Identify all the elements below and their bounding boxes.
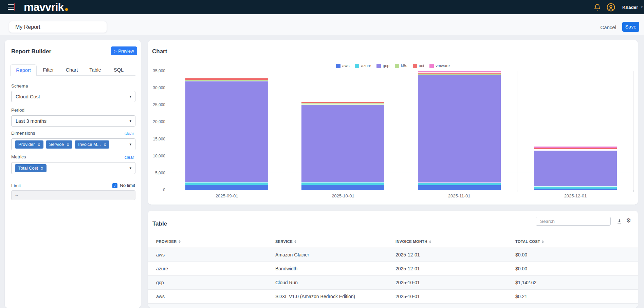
table-cell: Cloud Run <box>275 276 298 289</box>
bar-segment-aws <box>185 185 268 190</box>
selected-tag[interactable]: Providerx <box>15 140 43 149</box>
table-cell: 2025-12-01 <box>395 262 420 275</box>
metrics-label: Metrics <box>11 154 26 159</box>
bar-segment-k8s <box>534 150 617 151</box>
no-limit-label: No limit <box>120 183 135 188</box>
tab-table[interactable]: Table <box>84 64 107 75</box>
menu-icon[interactable] <box>8 4 14 10</box>
schema-select[interactable]: Cloud Cost▾ <box>11 91 135 102</box>
bar-segment-azure <box>301 182 384 185</box>
notifications-icon[interactable] <box>594 4 601 11</box>
chevron-down-icon: ▾ <box>129 142 131 147</box>
bar-segment-oci <box>301 102 384 104</box>
bar-segment-aws <box>301 185 384 190</box>
selected-tag[interactable]: Servicex <box>46 140 73 149</box>
bar-segment-vmware <box>418 71 501 72</box>
bar-segment-gcp <box>534 151 617 186</box>
table-cell: 2025-12-01 <box>395 248 420 262</box>
column-header-provider[interactable]: PROVIDER <box>156 235 181 248</box>
logo-dot: . <box>65 8 68 11</box>
legend-item-azure[interactable]: azure <box>355 63 371 68</box>
dimensions-label: Dimensions <box>11 131 35 136</box>
chevron-down-icon: ▾ <box>129 94 131 99</box>
column-header-total-cost[interactable]: TOTAL COST <box>515 235 544 248</box>
check-icon: ✓ <box>113 184 116 188</box>
no-limit-checkbox[interactable]: ✓ <box>112 183 117 188</box>
table-cell: $1,142.62 <box>515 276 536 289</box>
chevron-down-icon: ▾ <box>129 166 131 170</box>
chart-panel: Chart awsazuregcpk8socivmware 05,00010,0… <box>148 40 638 205</box>
table-row[interactable]: azureBandwidth2025-12-01$0.00 <box>148 262 638 276</box>
bar-segment-gcp <box>185 81 268 182</box>
legend-item-oci[interactable]: oci <box>413 63 424 68</box>
dimensions-clear-link[interactable]: clear <box>125 131 134 136</box>
user-menu-caret-icon[interactable]: ▾ <box>641 5 643 9</box>
table-cell: SDXL V1.0 (Amazon Bedrock Edition) <box>275 290 355 303</box>
save-button[interactable]: Save <box>622 22 639 32</box>
table-title: Table <box>152 220 167 227</box>
table-body: awsAmazon Glacier2025-12-01$0.00azureBan… <box>148 248 638 308</box>
bar-segment-k8s <box>418 74 501 75</box>
report-name-input[interactable] <box>9 21 107 33</box>
logo: mavvrik. <box>24 0 68 14</box>
selected-tag[interactable]: Invoice M...x <box>75 140 109 149</box>
remove-tag-icon[interactable]: x <box>67 142 69 147</box>
table-search-input[interactable] <box>536 217 611 226</box>
bar-segment-vmware <box>185 78 268 78</box>
tab-report[interactable]: Report <box>10 64 37 76</box>
bar-segment-azure <box>418 183 501 185</box>
table-panel: Table ⚙ PROVIDERSERVICEINVOICE MONTHTOTA… <box>148 211 638 308</box>
bar-segment-azure <box>185 182 268 185</box>
x-axis-label: 2025-12-01 <box>552 193 599 198</box>
table-cell: $0.00 <box>515 248 527 262</box>
tab-filter[interactable]: Filter <box>37 64 60 75</box>
table-cell: Amazon Glacier <box>275 248 309 262</box>
bar-segment-aws <box>418 185 501 190</box>
chevron-down-icon: ▾ <box>129 119 131 123</box>
app: mavvrik. Khader ▾ Cancel Save Report Bui… <box>0 0 644 308</box>
x-axis-label: 2025-10-01 <box>319 193 367 198</box>
period-select[interactable]: Last 3 months▾ <box>11 115 135 127</box>
period-label: Period <box>11 108 24 113</box>
username[interactable]: Khader <box>622 5 638 10</box>
table-cell: azure <box>156 262 168 275</box>
remove-tag-icon[interactable]: x <box>41 166 43 171</box>
table-row[interactable]: gcpCloud Run2025-10-01$1,142.62 <box>148 276 638 290</box>
remove-tag-icon[interactable]: x <box>38 142 40 147</box>
legend-item-k8s[interactable]: k8s <box>395 63 407 68</box>
table-row-partial <box>148 304 638 308</box>
preview-button[interactable]: ▷Preview <box>111 46 137 55</box>
legend-item-vmware[interactable]: vmware <box>429 63 450 68</box>
bar-segment-oci <box>185 78 268 80</box>
metrics-select[interactable]: Total Costx▾ <box>11 162 135 174</box>
top-navbar: mavvrik. Khader ▾ <box>0 0 644 14</box>
bar-segment-gcp <box>418 75 501 183</box>
dimensions-select[interactable]: ProviderxServicexInvoice M...x▾ <box>11 138 135 150</box>
main-content: Report Builder ▷Preview ReportFilterChar… <box>0 35 644 308</box>
legend-item-gcp[interactable]: gcp <box>376 63 389 68</box>
user-avatar-icon[interactable] <box>607 3 615 12</box>
table-cell: 2025-10-01 <box>395 276 420 289</box>
tab-chart[interactable]: Chart <box>60 64 84 75</box>
table-cell: $0.00 <box>515 262 527 275</box>
table-row[interactable]: awsAmazon Glacier2025-12-01$0.00 <box>148 248 638 262</box>
remove-tag-icon[interactable]: x <box>104 142 106 147</box>
chart-plot <box>169 71 633 190</box>
sort-icon <box>542 240 544 243</box>
settings-icon[interactable]: ⚙ <box>626 217 631 224</box>
play-icon: ▷ <box>114 49 117 53</box>
legend-item-aws[interactable]: aws <box>336 63 349 68</box>
table-cell: $0.21 <box>515 290 527 303</box>
bar-segment-k8s <box>185 80 268 81</box>
tab-sql[interactable]: SQL <box>107 64 130 75</box>
limit-input[interactable]: -- <box>11 190 135 200</box>
table-row[interactable]: awsSDXL V1.0 (Amazon Bedrock Edition)202… <box>148 290 638 304</box>
download-icon[interactable] <box>617 218 622 224</box>
column-header-service[interactable]: SERVICE <box>275 235 296 248</box>
column-header-invoice-month[interactable]: INVOICE MONTH <box>395 235 431 248</box>
menu-indicator <box>14 3 15 11</box>
metrics-clear-link[interactable]: clear <box>125 155 134 160</box>
sort-icon <box>179 240 181 243</box>
cancel-button[interactable]: Cancel <box>600 22 616 32</box>
selected-tag[interactable]: Total Costx <box>15 164 47 172</box>
